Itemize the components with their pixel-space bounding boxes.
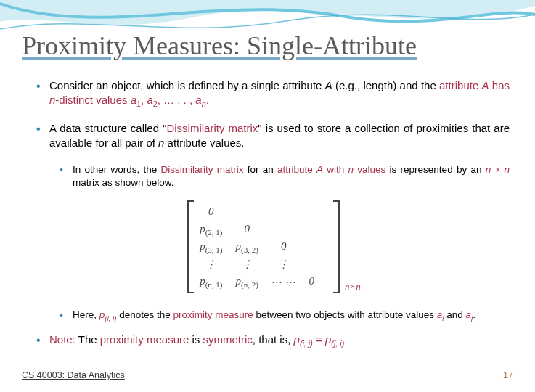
cell: p(3, 2) [235,240,258,253]
term-proximity: proximity measure [173,309,253,320]
bullet-note: Note: The proximity measure is symmetric… [36,332,510,347]
var-p: p [294,333,300,346]
vdots: ⋮ [271,258,296,271]
var-A: A [482,79,489,91]
bullet-pij-desc: Here, p(i, j) denotes the proximity meas… [60,309,510,322]
var-a: a [465,309,471,320]
cell: p(n, 2) [235,275,258,288]
text: -distinct values [55,94,130,106]
matrix-dimension: n×n [342,281,361,294]
text: = [313,333,325,346]
text: The [75,333,100,346]
text: between two objects with attribute value… [253,309,437,320]
term-proximity: proximity measure [100,333,189,346]
matrix-display: 0 p(2, 1)0 p(3, 1)p(3, 2)0 ⋮⋮⋮ p(n, 1)p(… [36,200,510,297]
term-symmetric: symmetric [203,333,253,346]
slide-title: Proximity Measures: Single-Attribute [22,30,417,61]
text: A data structure called " [49,122,166,134]
text: attribute [439,79,481,91]
text: has [489,79,510,91]
text: . [206,94,209,106]
text: Here, [73,309,99,320]
left-bracket-icon [185,200,195,294]
text: , that is, [253,333,294,346]
dim: n × n [486,164,510,175]
cell: p(2, 1) [200,223,222,236]
cell: p(3, 1) [200,240,222,253]
text: matrix as shown below. [73,177,174,188]
vdots: ⋮ [200,258,222,271]
text: attribute values. [164,136,244,149]
slide-footer: CS 40003: Data Analytics 17 [22,370,513,380]
sub: (i, j) [300,339,313,348]
cell: 0 [200,205,222,219]
cell: 0 [235,223,258,236]
text: for an [244,164,278,175]
cell: p(n, 1) [200,275,222,288]
cell: 0 [309,275,315,288]
sub: (j, i) [331,339,344,348]
cell: 0 [271,240,296,253]
text: is [189,333,203,346]
bullet-matrix-desc: In other words, the Dissimilarity matrix… [60,163,510,189]
var-n: n [348,164,354,175]
right-bracket-icon [332,200,342,294]
course-code: CS 40003: Data Analytics [22,370,125,380]
slide-content: Consider an object, which is defined by … [36,78,510,360]
var-A: A [316,164,323,175]
text: In other words, the [73,164,161,175]
text: with [323,164,348,175]
text: . [473,309,475,320]
text: and [444,309,465,320]
sub: (i, j) [105,314,116,322]
term-dissimilarity: Dissimilarity matrix [161,164,244,175]
text: (e.g., length) and the [332,79,439,91]
text: Consider an object, which is defined by … [49,79,325,91]
vdots: ⋮ [235,258,258,271]
var-a: a [131,94,136,106]
var-a: a [195,94,201,106]
note-label: Note: [49,333,75,346]
page-number: 17 [503,370,513,380]
bullet-consider: Consider an object, which is defined by … [36,78,510,108]
term-dissimilarity: Dissimilarity matrix [166,122,258,134]
matrix-grid: 0 p(2, 1)0 p(3, 1)p(3, 2)0 ⋮⋮⋮ p(n, 1)p(… [195,203,332,291]
text: values [354,164,385,175]
bullet-dissimilarity: A data structure called "Dissimilarity m… [36,121,510,151]
text: attribute [277,164,316,175]
var-a: a [147,94,152,106]
text: , … . . , [158,94,196,106]
text: is represented by an [385,164,485,175]
var-A: A [325,79,332,91]
text: denotes the [116,309,173,320]
hdots: ⋯ ⋯ [271,275,296,288]
